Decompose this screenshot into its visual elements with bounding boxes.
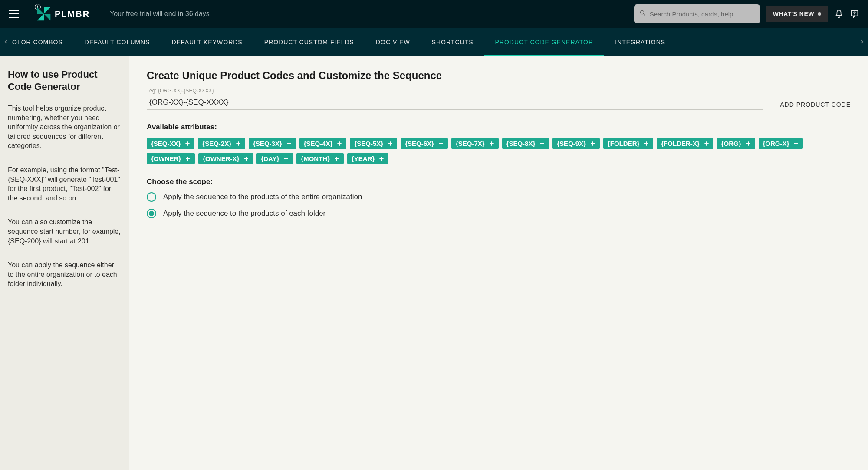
attribute-chip-label: {SEQ-7X} bbox=[456, 140, 485, 147]
attribute-chip-label: {FOLDER-X} bbox=[661, 140, 699, 147]
scope-radio-group: Apply the sequence to the products of th… bbox=[147, 192, 851, 218]
svg-line-1 bbox=[644, 14, 645, 15]
tabs-scroll-right[interactable] bbox=[859, 38, 865, 46]
attribute-chip-label: {SEQ-4X} bbox=[304, 140, 333, 147]
scope-option[interactable]: Apply the sequence to the products of th… bbox=[147, 192, 851, 202]
attribute-chip[interactable]: {OWNER} bbox=[147, 153, 195, 164]
search-icon bbox=[639, 10, 646, 18]
svg-point-0 bbox=[640, 11, 644, 14]
add-product-code-button[interactable]: ADD PRODUCT CODE bbox=[780, 101, 851, 110]
attribute-chip[interactable]: {SEQ-6X} bbox=[401, 138, 448, 149]
attributes-label: Available attributes: bbox=[147, 123, 851, 131]
plus-icon bbox=[703, 140, 710, 147]
scope-option[interactable]: Apply the sequence to the products of ea… bbox=[147, 209, 851, 218]
search-input[interactable] bbox=[650, 10, 755, 18]
bell-icon[interactable] bbox=[834, 9, 844, 19]
attribute-chip-label: {SEQ-6X} bbox=[405, 140, 434, 147]
plus-icon bbox=[589, 140, 596, 147]
page-title: Create Unique Product Codes and Customiz… bbox=[147, 69, 851, 82]
example-hint: eg: {ORG-XX}-{SEQ-XXXX} bbox=[149, 88, 214, 94]
sidebar-paragraph: This tool helps organize product numberi… bbox=[8, 104, 121, 151]
global-search[interactable] bbox=[634, 4, 760, 23]
attribute-chip-label: {SEQ-8X} bbox=[506, 140, 536, 147]
plus-icon bbox=[387, 140, 394, 147]
attribute-chips: {SEQ-XX}{SEQ-2X}{SEQ-3X}{SEQ-4X}{SEQ-5X}… bbox=[147, 138, 851, 164]
sidebar-paragraph: For example, using the format "Test-{SEQ… bbox=[8, 165, 121, 203]
plus-icon bbox=[184, 155, 191, 162]
tab-default-keywords[interactable]: DEFAULT KEYWORDS bbox=[161, 39, 253, 46]
plus-icon bbox=[539, 140, 546, 147]
tab-product-custom-fields[interactable]: PRODUCT CUSTOM FIELDS bbox=[253, 39, 365, 46]
attribute-chip[interactable]: {SEQ-4X} bbox=[299, 138, 347, 149]
sidebar-paragraph: You can apply the sequence either to the… bbox=[8, 260, 121, 289]
attribute-chip-label: {OWNER} bbox=[151, 155, 181, 162]
plus-icon bbox=[378, 155, 385, 162]
scope-label: Choose the scope: bbox=[147, 177, 851, 186]
attribute-chip-label: {SEQ-2X} bbox=[202, 140, 231, 147]
plus-icon bbox=[437, 140, 444, 147]
content-area: How to use Product Code Generator This t… bbox=[0, 56, 868, 470]
plus-icon bbox=[336, 140, 343, 147]
tab-integrations[interactable]: INTEGRATIONS bbox=[604, 39, 676, 46]
svg-point-2 bbox=[854, 15, 855, 15]
hamburger-menu[interactable] bbox=[9, 10, 19, 18]
attribute-chip[interactable]: {SEQ-7X} bbox=[451, 138, 499, 149]
tab-product-code-generator[interactable]: PRODUCT CODE GENERATOR bbox=[484, 39, 605, 46]
tab-default-columns[interactable]: DEFAULT COLUMNS bbox=[74, 39, 161, 46]
plus-icon bbox=[235, 140, 242, 147]
attribute-chip-label: {OWNER-X} bbox=[203, 155, 239, 162]
plus-icon bbox=[184, 140, 191, 147]
plus-icon bbox=[643, 140, 650, 147]
attribute-chip-label: {SEQ-5X} bbox=[354, 140, 383, 147]
attribute-chip[interactable]: {SEQ-5X} bbox=[350, 138, 397, 149]
plus-icon bbox=[792, 140, 799, 147]
attribute-chip[interactable]: {FOLDER} bbox=[603, 138, 653, 149]
attribute-chip[interactable]: {SEQ-3X} bbox=[249, 138, 296, 149]
attribute-chip-label: {SEQ-3X} bbox=[253, 140, 282, 147]
attribute-chip[interactable]: {DAY} bbox=[256, 153, 293, 164]
attribute-chip[interactable]: {YEAR} bbox=[347, 153, 388, 164]
product-code-input[interactable] bbox=[147, 95, 763, 110]
tab-color-combos[interactable]: OLOR COMBOS bbox=[12, 39, 74, 46]
attribute-chip-label: {SEQ-XX} bbox=[151, 140, 181, 147]
attribute-chip[interactable]: {FOLDER-X} bbox=[657, 138, 713, 149]
brand-name: PLMBR bbox=[55, 9, 90, 19]
notification-dot-icon bbox=[818, 12, 821, 16]
tabs-scroll-left[interactable] bbox=[3, 38, 9, 46]
whats-new-button[interactable]: WHAT'S NEW bbox=[766, 6, 828, 22]
plus-icon bbox=[333, 155, 340, 162]
main-panel: Create Unique Product Codes and Customiz… bbox=[129, 56, 868, 470]
plus-icon bbox=[745, 140, 752, 147]
attribute-chip-label: {SEQ-9X} bbox=[557, 140, 586, 147]
attribute-chip[interactable]: {SEQ-XX} bbox=[147, 138, 194, 149]
attribute-chip-label: {MONTH} bbox=[301, 155, 330, 162]
help-sidebar: How to use Product Code Generator This t… bbox=[0, 56, 129, 470]
attribute-chip[interactable]: {ORG} bbox=[717, 138, 755, 149]
plus-icon bbox=[243, 155, 250, 162]
tab-doc-view[interactable]: DOC VIEW bbox=[365, 39, 421, 46]
attribute-chip[interactable]: {OWNER-X} bbox=[198, 153, 253, 164]
plus-icon bbox=[488, 140, 495, 147]
help-icon[interactable] bbox=[850, 9, 859, 19]
radio-button[interactable] bbox=[147, 209, 156, 218]
plus-icon bbox=[283, 155, 289, 162]
attribute-chip[interactable]: {SEQ-2X} bbox=[198, 138, 245, 149]
attribute-chip[interactable]: {MONTH} bbox=[296, 153, 344, 164]
logo-mark-icon bbox=[36, 7, 51, 21]
attribute-chip[interactable]: {SEQ-8X} bbox=[502, 138, 549, 149]
attribute-chip-label: {YEAR} bbox=[352, 155, 375, 162]
sidebar-title: How to use Product Code Generator bbox=[8, 69, 121, 92]
brand-logo[interactable]: i PLMBR bbox=[36, 7, 90, 21]
attribute-chip[interactable]: {SEQ-9X} bbox=[552, 138, 600, 149]
sidebar-paragraph: You can also customize the sequence star… bbox=[8, 217, 121, 246]
plus-icon bbox=[286, 140, 293, 147]
attribute-chip-label: {ORG} bbox=[721, 140, 741, 147]
radio-label: Apply the sequence to the products of ea… bbox=[163, 209, 326, 218]
tab-shortcuts[interactable]: SHORTCUTS bbox=[421, 39, 484, 46]
attribute-chip-label: {DAY} bbox=[261, 155, 279, 162]
radio-button[interactable] bbox=[147, 192, 156, 202]
settings-tabs: OLOR COMBOS DEFAULT COLUMNS DEFAULT KEYW… bbox=[0, 28, 868, 56]
attribute-chip-label: {FOLDER} bbox=[608, 140, 639, 147]
trial-status: Your free trial will end in 36 days bbox=[110, 10, 210, 18]
attribute-chip[interactable]: {ORG-X} bbox=[759, 138, 803, 149]
